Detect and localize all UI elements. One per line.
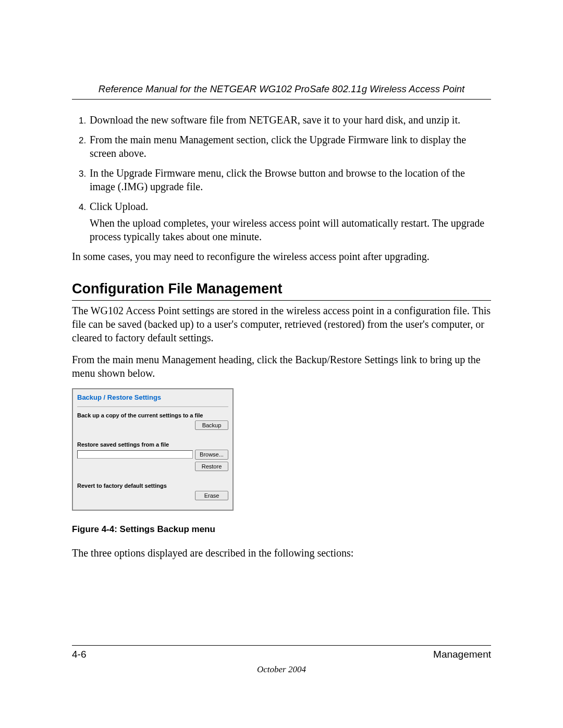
restore-row: Restore: [77, 462, 228, 471]
step-1: Download the new software file from NETG…: [89, 113, 491, 127]
erase-button[interactable]: Erase: [195, 491, 228, 500]
step-4-main: Click Upload.: [90, 201, 148, 212]
restore-file-field-wrap: [77, 450, 193, 459]
restore-label: Restore saved settings from a file: [77, 441, 228, 448]
backup-button[interactable]: Backup: [195, 421, 228, 430]
gap: [77, 473, 228, 483]
paragraph-intro-1: The WG102 Access Point settings are stor…: [72, 304, 491, 344]
paragraph-after-steps: In some cases, you may need to reconfigu…: [72, 250, 491, 263]
page-footer: 4-6 Management: [72, 645, 491, 660]
section-heading: Configuration File Management: [72, 281, 491, 301]
restore-file-input[interactable]: [77, 450, 193, 459]
paragraph-after-figure: The three options displayed are describe…: [72, 546, 491, 560]
step-4-note: When the upload completes, your wireless…: [90, 216, 491, 243]
backup-restore-panel: Backup / Restore Settings Back up a copy…: [72, 388, 234, 511]
figure: Backup / Restore Settings Back up a copy…: [72, 388, 491, 535]
figure-caption: Figure 4-4: Settings Backup menu: [72, 524, 491, 535]
restore-button[interactable]: Restore: [195, 462, 228, 471]
step-2: From the main menu Management section, c…: [89, 133, 491, 160]
page: Reference Manual for the NETGEAR WG102 P…: [0, 0, 563, 560]
browse-button[interactable]: Browse...: [195, 450, 228, 459]
restore-browse-row: Browse...: [77, 450, 228, 459]
footer-date: October 2004: [0, 664, 563, 675]
running-header: Reference Manual for the NETGEAR WG102 P…: [72, 83, 491, 100]
footer-page-number: 4-6: [72, 649, 86, 660]
step-3: In the Upgrade Firmware menu, click the …: [89, 166, 491, 193]
paragraph-intro-2: From the main menu Management heading, c…: [72, 353, 491, 380]
gap: [77, 432, 228, 441]
backup-row: Backup: [77, 421, 228, 430]
body-area: Download the new software file from NETG…: [72, 100, 491, 560]
panel-title: Backup / Restore Settings: [77, 393, 228, 406]
backup-label: Back up a copy of the current settings t…: [77, 412, 228, 418]
step-4: Click Upload. When the upload completes,…: [89, 200, 491, 243]
panel-separator: [77, 406, 228, 407]
ordered-steps: Download the new software file from NETG…: [72, 113, 491, 243]
revert-label: Revert to factory default settings: [77, 483, 228, 489]
erase-row: Erase: [77, 491, 228, 500]
footer-section: Management: [433, 649, 491, 660]
